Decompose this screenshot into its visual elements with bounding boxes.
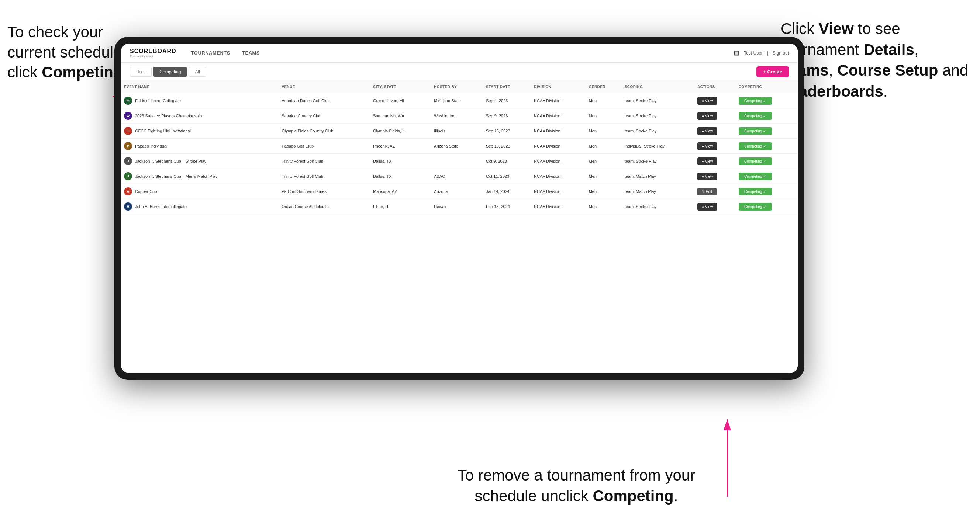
action-button[interactable]: ● View [697, 97, 717, 105]
table-row: J Jackson T. Stephens Cup – Stroke Play … [121, 154, 798, 169]
filter-competing[interactable]: Competing [153, 67, 187, 77]
cell-venue: Ocean Course At Hokuala [278, 199, 370, 214]
cell-venue: American Dunes Golf Club [278, 93, 370, 108]
filter-home[interactable]: Ho... [130, 67, 152, 77]
col-scoring: SCORING [622, 81, 694, 93]
toolbar: Ho... Competing All + Create [121, 63, 798, 81]
competing-button[interactable]: Competing ✓ [739, 142, 772, 150]
cell-actions: ● View [694, 199, 736, 214]
nav-tournaments[interactable]: TOURNAMENTS [191, 50, 230, 56]
cell-venue: Sahalee Country Club [278, 108, 370, 124]
cell-gender: Men [586, 139, 622, 154]
event-name-text: Folds of Honor Collegiate [135, 98, 181, 103]
cell-hosted-by: Illinois [431, 124, 483, 139]
event-name-text: 2023 Sahalee Players Championship [135, 114, 202, 118]
team-logo: H [124, 202, 132, 211]
competing-button[interactable]: Competing ✓ [739, 188, 772, 195]
cell-gender: Men [586, 124, 622, 139]
cell-hosted-by: Michigan State [431, 93, 483, 108]
cell-division: NCAA Division I [531, 139, 586, 154]
competing-button[interactable]: Competing ✓ [739, 112, 772, 120]
team-logo: W [124, 112, 132, 120]
cell-division: NCAA Division I [531, 108, 586, 124]
cell-start-date: Sep 9, 2023 [483, 108, 531, 124]
cell-venue: Ak-Chin Southern Dunes [278, 184, 370, 199]
col-division: DIVISION [531, 81, 586, 93]
competing-button[interactable]: Competing ✓ [739, 127, 772, 135]
annotation-tr-details: Details [864, 41, 914, 58]
action-button[interactable]: ✎ Edit [697, 188, 717, 195]
cell-actions: ✎ Edit [694, 184, 736, 199]
table-row: J Jackson T. Stephens Cup – Men's Match … [121, 169, 798, 184]
cell-hosted-by [431, 154, 483, 169]
annotation-tl-bold: Competing [42, 63, 123, 81]
cell-city-state: Maricopa, AZ [370, 184, 431, 199]
nav-right: 🔲 Test User | Sign out [734, 51, 789, 56]
cell-city-state: Lihue, HI [370, 199, 431, 214]
cell-gender: Men [586, 93, 622, 108]
cell-start-date: Sep 15, 2023 [483, 124, 531, 139]
col-city-state: CITY, STATE [370, 81, 431, 93]
cell-scoring: team, Stroke Play [622, 93, 694, 108]
cell-competing: Competing ✓ [736, 93, 798, 108]
cell-city-state: Phoenix, AZ [370, 139, 431, 154]
team-logo: A [124, 187, 132, 195]
team-logo: I [124, 127, 132, 135]
competing-button[interactable]: Competing ✓ [739, 203, 772, 211]
cell-actions: ● View [694, 169, 736, 184]
action-button[interactable]: ● View [697, 173, 717, 180]
cell-actions: ● View [694, 139, 736, 154]
col-start-date: START DATE [483, 81, 531, 93]
cell-gender: Men [586, 108, 622, 124]
cell-start-date: Jan 14, 2024 [483, 184, 531, 199]
competing-button[interactable]: Competing ✓ [739, 97, 772, 105]
table-row: W 2023 Sahalee Players Championship Saha… [121, 108, 798, 124]
event-name-text: Jackson T. Stephens Cup – Men's Match Pl… [135, 174, 217, 178]
table-row: A Copper Cup Ak-Chin Southern DunesMaric… [121, 184, 798, 199]
cell-division: NCAA Division I [531, 184, 586, 199]
col-hosted-by: HOSTED BY [431, 81, 483, 93]
action-button[interactable]: ● View [697, 157, 717, 165]
cell-actions: ● View [694, 124, 736, 139]
action-button[interactable]: ● View [697, 203, 717, 211]
cell-competing: Competing ✓ [736, 108, 798, 124]
competing-button[interactable]: Competing ✓ [739, 173, 772, 180]
event-name-text: John A. Burns Intercollegiate [135, 204, 187, 209]
nav-username: Test User [744, 51, 763, 56]
cell-gender: Men [586, 199, 622, 214]
tournaments-table: EVENT NAME VENUE CITY, STATE HOSTED BY S… [121, 81, 798, 214]
team-logo: J [124, 172, 132, 180]
cell-actions: ● View [694, 108, 736, 124]
action-button[interactable]: ● View [697, 142, 717, 150]
cell-city-state: Olympia Fields, IL [370, 124, 431, 139]
event-name-text: Copper Cup [135, 189, 157, 194]
nav-signout[interactable]: Sign out [773, 51, 789, 56]
cell-event-name: J Jackson T. Stephens Cup – Men's Match … [121, 169, 278, 184]
annotation-top-right: Click View to see tournament Details, Te… [781, 18, 973, 102]
cell-event-name: P Papago Individual [121, 139, 278, 154]
annotation-tr-coursesetup: Course Setup [837, 62, 938, 79]
cell-event-name: H John A. Burns Intercollegiate [121, 199, 278, 214]
cell-actions: ● View [694, 93, 736, 108]
team-logo: P [124, 142, 132, 150]
create-button[interactable]: + Create [756, 67, 789, 77]
cell-scoring: individual, Stroke Play [622, 139, 694, 154]
action-button[interactable]: ● View [697, 112, 717, 120]
cell-scoring: team, Stroke Play [622, 108, 694, 124]
nav-teams[interactable]: TEAMS [242, 50, 260, 56]
tournaments-table-container: EVENT NAME VENUE CITY, STATE HOSTED BY S… [121, 81, 798, 373]
team-logo: J [124, 157, 132, 165]
tablet-device: SCOREBOARD Powered by clippi TOURNAMENTS… [115, 37, 804, 380]
action-button[interactable]: ● View [697, 127, 717, 135]
cell-start-date: Sep 18, 2023 [483, 139, 531, 154]
cell-city-state: Dallas, TX [370, 169, 431, 184]
cell-competing: Competing ✓ [736, 184, 798, 199]
event-name-text: OFCC Fighting Illini Invitational [135, 129, 191, 133]
competing-button[interactable]: Competing ✓ [739, 157, 772, 165]
cell-division: NCAA Division I [531, 93, 586, 108]
filter-all[interactable]: All [189, 67, 206, 77]
cell-event-name: A Copper Cup [121, 184, 278, 199]
cell-event-name: J Jackson T. Stephens Cup – Stroke Play [121, 154, 278, 169]
cell-division: NCAA Division I [531, 199, 586, 214]
cell-start-date: Sep 4, 2023 [483, 93, 531, 108]
